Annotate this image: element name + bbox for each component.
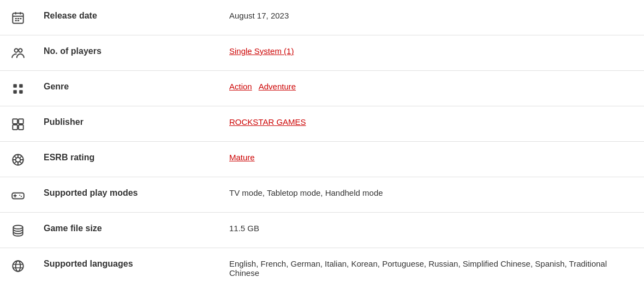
svg-line-25 xyxy=(14,156,16,158)
publisher-value[interactable]: ROCKSTAR GAMES xyxy=(229,116,633,127)
esrb-label: ESRB rating xyxy=(44,152,229,162)
svg-point-35 xyxy=(13,261,23,272)
publisher-icon xyxy=(11,117,25,131)
languages-row: Supported languages English, French, Ger… xyxy=(0,248,644,287)
svg-point-32 xyxy=(19,195,20,196)
info-table: Release date August 17, 2023 No. of play… xyxy=(0,0,644,287)
genre-icon xyxy=(11,82,25,96)
play-modes-icon-cell xyxy=(11,187,44,202)
languages-label: Supported languages xyxy=(44,258,229,269)
play-modes-label: Supported play modes xyxy=(44,187,229,198)
svg-point-34 xyxy=(13,225,22,229)
svg-point-33 xyxy=(21,196,22,197)
file-size-label: Game file size xyxy=(44,222,229,233)
svg-line-26 xyxy=(20,161,22,164)
genre-action-link[interactable]: Action xyxy=(229,82,252,91)
genre-adventure-link[interactable]: Adventure xyxy=(259,82,296,91)
esrb-row: ESRB rating Mature xyxy=(0,142,644,177)
svg-rect-14 xyxy=(19,90,22,94)
svg-rect-13 xyxy=(13,90,16,94)
players-icon xyxy=(11,46,25,61)
svg-point-20 xyxy=(16,158,21,162)
release-date-value: August 17, 2023 xyxy=(229,10,633,20)
num-players-link[interactable]: Single System (1) xyxy=(229,46,294,56)
svg-rect-12 xyxy=(19,84,22,88)
num-players-row: No. of players Single System (1) xyxy=(0,35,644,71)
esrb-icon xyxy=(11,153,25,167)
svg-line-28 xyxy=(14,161,16,164)
svg-rect-16 xyxy=(19,119,23,124)
calendar-icon xyxy=(11,11,25,25)
svg-point-36 xyxy=(16,261,21,272)
esrb-value[interactable]: Mature xyxy=(229,152,633,162)
languages-value: English, French, German, Italian, Korean… xyxy=(229,258,633,278)
svg-rect-7 xyxy=(15,20,17,21)
num-players-value[interactable]: Single System (1) xyxy=(229,45,633,56)
svg-rect-8 xyxy=(17,20,19,21)
genre-value: Action Adventure xyxy=(229,81,633,91)
svg-rect-6 xyxy=(20,18,21,19)
publisher-icon-cell xyxy=(11,116,44,131)
publisher-link[interactable]: ROCKSTAR GAMES xyxy=(229,117,306,127)
genre-label: Genre xyxy=(44,81,229,92)
controller-icon xyxy=(11,188,25,202)
release-date-label: Release date xyxy=(44,10,229,21)
svg-line-27 xyxy=(20,156,22,158)
file-size-row: Game file size 11.5 GB xyxy=(0,213,644,248)
svg-point-9 xyxy=(15,49,19,52)
num-players-label: No. of players xyxy=(44,45,229,56)
file-size-icon-cell xyxy=(11,222,44,238)
release-date-icon-cell xyxy=(11,10,44,25)
file-size-value: 11.5 GB xyxy=(229,222,633,233)
svg-rect-18 xyxy=(19,125,23,130)
publisher-label: Publisher xyxy=(44,116,229,127)
svg-rect-11 xyxy=(13,84,16,88)
svg-rect-4 xyxy=(15,18,17,19)
languages-icon xyxy=(11,259,25,273)
publisher-row: Publisher ROCKSTAR GAMES xyxy=(0,106,644,142)
play-modes-value: TV mode, Tabletop mode, Handheld mode xyxy=(229,187,633,197)
release-date-row: Release date August 17, 2023 xyxy=(0,0,644,35)
svg-point-10 xyxy=(19,49,22,52)
languages-icon-cell xyxy=(11,258,44,273)
num-players-icon-cell xyxy=(11,45,44,61)
svg-rect-5 xyxy=(17,18,19,19)
genre-row: Genre Action Adventure xyxy=(0,71,644,106)
genre-icon-cell xyxy=(11,81,44,96)
svg-rect-17 xyxy=(13,125,17,130)
esrb-icon-cell xyxy=(11,152,44,167)
esrb-link[interactable]: Mature xyxy=(229,153,255,162)
svg-rect-15 xyxy=(13,119,17,124)
filesize-icon xyxy=(11,224,25,238)
play-modes-row: Supported play modes TV mode, Tabletop m… xyxy=(0,177,644,213)
